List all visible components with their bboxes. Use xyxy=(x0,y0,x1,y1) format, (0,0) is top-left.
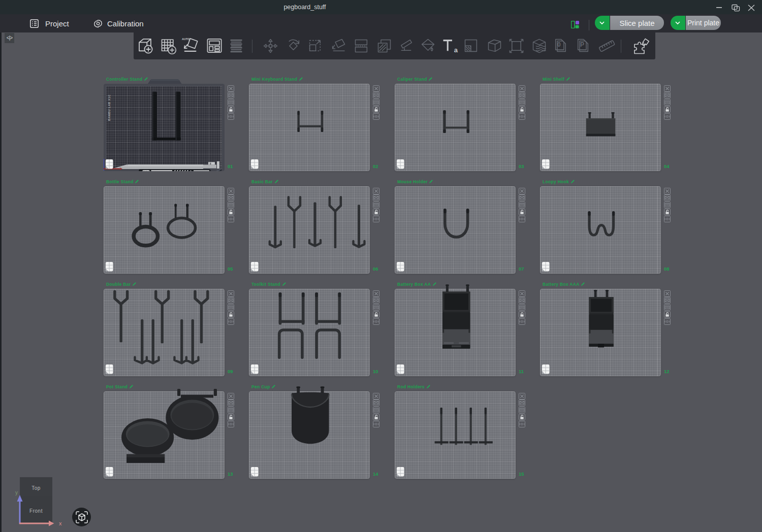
svg-text:x: x xyxy=(59,520,62,526)
svg-text:y: y xyxy=(15,490,18,495)
